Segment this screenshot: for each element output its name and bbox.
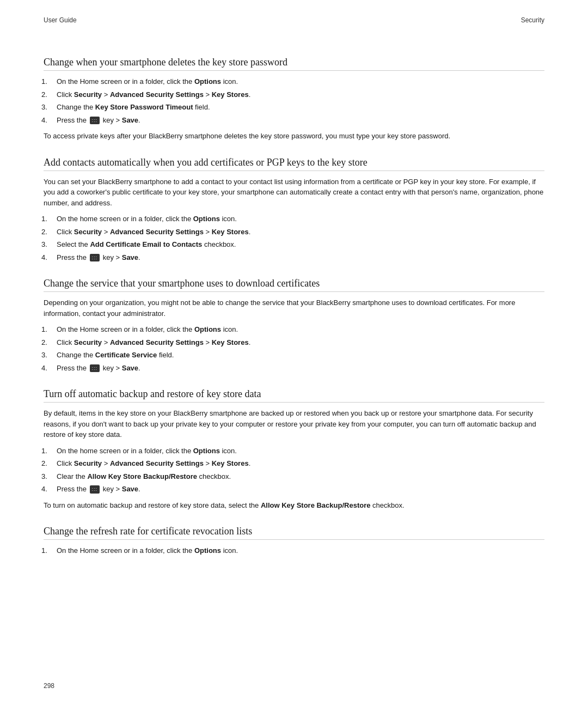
step-num: 2. [41, 337, 54, 348]
section-title-change-service: Change the service that your smartphone … [44, 278, 544, 292]
step-num: 3. [41, 239, 54, 250]
step-num: 1. [41, 545, 54, 556]
bold-save: Save [122, 485, 138, 493]
page-container: User Guide Security Change when your sma… [0, 0, 588, 706]
step-num: 1. [41, 446, 54, 457]
bold-key-stores: Key Stores [212, 459, 249, 467]
step-2: 2. Click Security > Advanced Security Se… [44, 227, 544, 238]
bold-options: Options [194, 77, 221, 86]
header-right: Security [521, 16, 544, 24]
step-content: Press the ::: key > Save. [57, 115, 544, 126]
bold-allow-backup: Allow Key Store Backup/Restore [87, 472, 197, 480]
step-content: Click Security > Advanced Security Setti… [57, 337, 544, 348]
bold-security: Security [74, 228, 102, 236]
steps-list-change-service: 1. On the Home screen or in a folder, cl… [44, 324, 544, 373]
section-add-contacts: Add contacts automatically when you add … [44, 157, 544, 263]
step-content: On the home screen or in a folder, click… [57, 446, 544, 457]
bb-key-icon: ::: [90, 117, 100, 125]
section-title-change-password: Change when your smartphone deletes the … [44, 57, 544, 71]
step-content: Click Security > Advanced Security Setti… [57, 227, 544, 238]
step-num: 1. [41, 214, 54, 224]
step-3: 3. Clear the Allow Key Store Backup/Rest… [44, 471, 544, 482]
step-1: 1. On the home screen or in a folder, cl… [44, 214, 544, 224]
bold-security: Security [74, 338, 102, 346]
step-2: 2. Click Security > Advanced Security Se… [44, 337, 544, 348]
step-1: 1. On the home screen or in a folder, cl… [44, 446, 544, 457]
section-note-turn-off-backup: To turn on automatic backup and restore … [44, 500, 544, 511]
step-1: 1. On the Home screen or in a folder, cl… [44, 545, 544, 556]
bold-key-stores: Key Stores [212, 338, 249, 346]
step-num: 2. [41, 89, 54, 100]
step-num: 4. [41, 484, 54, 495]
step-num: 3. [41, 350, 54, 361]
bold-security: Security [74, 90, 102, 99]
bold-save: Save [122, 116, 138, 124]
step-3: 3. Select the Add Certificate Email to C… [44, 239, 544, 250]
bold-adv-security: Advanced Security Settings [110, 228, 204, 236]
bold-options: Options [193, 215, 220, 223]
step-4: 4. Press the ::: key > Save. [44, 115, 544, 126]
bold-timeout: Key Store Password Timeout [95, 103, 193, 111]
bold-cert-service: Certificate Service [95, 351, 157, 359]
header-left: User Guide [44, 16, 77, 24]
step-content: Change the Key Store Password Timeout fi… [57, 102, 544, 113]
section-title-turn-off-backup: Turn off automatic backup and restore of… [44, 388, 544, 403]
step-num: 1. [41, 324, 54, 335]
step-num: 4. [41, 363, 54, 374]
bold-adv-security: Advanced Security Settings [110, 459, 204, 467]
bold-options: Options [194, 546, 221, 555]
step-content: Select the Add Certificate Email to Cont… [57, 239, 544, 250]
step-content: Press the ::: key > Save. [57, 484, 544, 495]
step-content: Press the ::: key > Save. [57, 252, 544, 263]
step-num: 4. [41, 115, 54, 126]
bold-key-stores: Key Stores [212, 228, 249, 236]
section-refresh-rate: Change the refresh rate for certificate … [44, 526, 544, 556]
step-num: 3. [41, 102, 54, 113]
step-content: Change the Certificate Service field. [57, 350, 544, 361]
step-4: 4. Press the ::: key > Save. [44, 363, 544, 374]
section-change-password: Change when your smartphone deletes the … [44, 57, 544, 142]
section-turn-off-backup: Turn off automatic backup and restore of… [44, 388, 544, 510]
step-3: 3. Change the Certificate Service field. [44, 350, 544, 361]
section-intro-turn-off-backup: By default, items in the key store on yo… [44, 408, 544, 440]
footer-page-number: 298 [44, 682, 54, 690]
bold-security: Security [74, 459, 102, 467]
bold-add-cert: Add Certificate Email to Contacts [90, 240, 202, 248]
step-content: Click Security > Advanced Security Setti… [57, 89, 544, 100]
bb-key-icon: ::: [90, 254, 100, 262]
section-intro-add-contacts: You can set your BlackBerry smartphone t… [44, 176, 544, 209]
step-2: 2. Click Security > Advanced Security Se… [44, 89, 544, 100]
step-1: 1. On the Home screen or in a folder, cl… [44, 76, 544, 87]
step-num: 2. [41, 227, 54, 238]
section-title-add-contacts: Add contacts automatically when you add … [44, 157, 544, 171]
step-content: Clear the Allow Key Store Backup/Restore… [57, 471, 544, 482]
bold-allow-backup-restore: Allow Key Store Backup/Restore [261, 501, 371, 509]
bold-options: Options [194, 325, 221, 333]
section-title-refresh-rate: Change the refresh rate for certificate … [44, 526, 544, 540]
step-content: On the Home screen or in a folder, click… [57, 76, 544, 87]
steps-list-add-contacts: 1. On the home screen or in a folder, cl… [44, 214, 544, 263]
step-num: 3. [41, 471, 54, 482]
step-num: 1. [41, 76, 54, 87]
step-num: 4. [41, 252, 54, 263]
section-note-change-password: To access private keys after your BlackB… [44, 131, 544, 142]
steps-list-turn-off-backup: 1. On the home screen or in a folder, cl… [44, 446, 544, 495]
step-content: On the home screen or in a folder, click… [57, 214, 544, 224]
bb-key-icon: ::: [90, 485, 100, 494]
step-2: 2. Click Security > Advanced Security Se… [44, 458, 544, 469]
step-4: 4. Press the ::: key > Save. [44, 484, 544, 495]
steps-list-change-password: 1. On the Home screen or in a folder, cl… [44, 76, 544, 125]
bold-adv-security: Advanced Security Settings [110, 338, 204, 346]
step-num: 2. [41, 458, 54, 469]
page-header: User Guide Security [44, 16, 544, 24]
step-1: 1. On the Home screen or in a folder, cl… [44, 324, 544, 335]
step-4: 4. Press the ::: key > Save. [44, 252, 544, 263]
step-content: Click Security > Advanced Security Setti… [57, 458, 544, 469]
step-3: 3. Change the Key Store Password Timeout… [44, 102, 544, 113]
bold-adv-security: Advanced Security Settings [110, 90, 204, 99]
bold-options: Options [193, 447, 220, 455]
section-change-service: Change the service that your smartphone … [44, 278, 544, 373]
bold-save: Save [122, 253, 138, 261]
step-content: On the Home screen or in a folder, click… [57, 545, 544, 556]
bold-save: Save [122, 364, 138, 372]
